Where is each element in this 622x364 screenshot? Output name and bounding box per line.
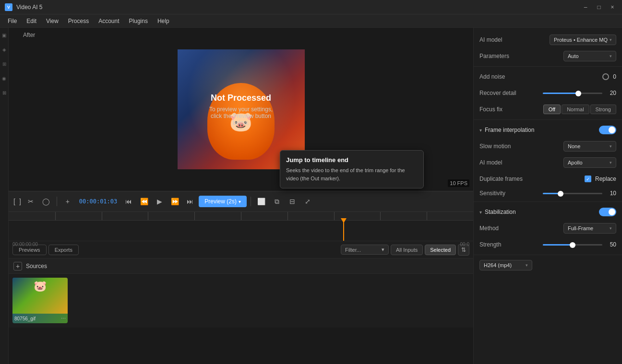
divider-2 [474, 119, 622, 120]
sensitivity-slider[interactable] [543, 193, 602, 194]
source-thumbnail[interactable]: 🐷 80756_gif ··· [12, 278, 68, 323]
left-strip: ▣ ◈ ⊞ ◉ ⊠ [0, 28, 9, 364]
timeline-timestamps: 00:00:00:00 00:0 [9, 241, 473, 248]
ai-model-value: Proteus • Enhance MQ [554, 37, 608, 43]
add-source-button[interactable]: + [13, 262, 22, 270]
frame-interpolation-section[interactable]: ▾ Frame interpolation [474, 122, 622, 138]
frame-interp-chevron: ▾ [479, 128, 482, 133]
marker-button[interactable]: ◯ [39, 195, 53, 208]
strength-row: Strength 50 [474, 236, 622, 253]
add-button[interactable]: + [61, 195, 74, 208]
toggle-knob [609, 127, 615, 133]
cut-button[interactable]: ✂ [24, 195, 37, 208]
duplicate-frames-label: Duplicate frames [479, 176, 581, 182]
slow-motion-arrow: ▾ [610, 144, 612, 149]
stabilization-toggle[interactable] [599, 208, 616, 216]
title-bar: V Video AI 5 – □ × [0, 0, 622, 14]
sources-header: + Sources [9, 258, 473, 274]
sensitivity-thumb [558, 191, 563, 197]
parameters-dropdown[interactable]: Auto ▾ [563, 51, 616, 61]
stabilization-section[interactable]: ▾ Stabilization [474, 204, 622, 220]
skip-start-button[interactable]: ⏮ [122, 195, 135, 208]
slider-fill [543, 93, 578, 94]
source-filename: 80756_gif [14, 316, 36, 321]
slow-motion-dropdown[interactable]: None ▾ [563, 141, 616, 152]
not-processed-title: Not Processed [209, 93, 273, 103]
maximize-button[interactable]: □ [594, 2, 604, 12]
menu-plugins[interactable]: Plugins [125, 16, 152, 26]
menu-help[interactable]: Help [154, 16, 173, 26]
minimize-button[interactable]: – [581, 2, 590, 12]
ai-model-arrow: ▾ [610, 37, 612, 42]
focus-fix-group: Off Normal Strong [543, 105, 616, 114]
recover-detail-label: Recover detail [479, 90, 539, 96]
menu-edit[interactable]: Edit [23, 16, 40, 26]
focus-fix-row: Focus fix Off Normal Strong [474, 101, 622, 117]
strength-thumb [570, 242, 575, 248]
parameters-value: Auto [568, 53, 579, 59]
focus-fix-strong[interactable]: Strong [590, 105, 616, 114]
divider-4 [474, 255, 622, 255]
parameters-arrow: ▾ [610, 54, 612, 59]
not-processed-overlay: Not Processed To preview your settings, … [209, 93, 273, 126]
main-layout: After 🐷 Not Processed To preview your se… [9, 28, 622, 364]
export-format-value: H264 (mp4) [484, 262, 512, 268]
duplicate-frames-value: Replace [595, 176, 616, 182]
left-icon-2: ◈ [1, 46, 8, 53]
menu-bar: File Edit View Process Account Plugins H… [0, 14, 622, 28]
method-dropdown[interactable]: Full-Frame ▾ [563, 223, 616, 234]
ai-model-interp-dropdown[interactable]: Apollo ▾ [563, 157, 616, 168]
left-icon-3: ⊞ [1, 60, 8, 67]
aspect-button[interactable]: ⧉ [270, 195, 284, 208]
slider-thumb [575, 91, 581, 96]
duplicate-frames-checkbox[interactable]: ✓ [585, 176, 591, 182]
crop-button[interactable]: ⬜ [255, 195, 268, 208]
parameters-label: Parameters [479, 53, 560, 59]
compare-button[interactable]: ⊟ [286, 195, 299, 208]
export-frame-button[interactable]: ⤢ [301, 195, 314, 208]
menu-account[interactable]: Account [95, 16, 123, 26]
menu-file[interactable]: File [4, 16, 21, 26]
sources-body: 🐷 80756_gif ··· [9, 274, 473, 327]
sensitivity-value: 10 [610, 190, 616, 197]
bracket-in[interactable]: [ [12, 198, 16, 205]
stabilization-title: Stabilization [485, 209, 516, 215]
strength-track [543, 244, 602, 246]
preview-button[interactable]: Preview (2s) ▾ [199, 196, 247, 207]
duplicate-frames-row: Duplicate frames ✓ Replace [474, 171, 622, 187]
add-noise-label: Add noise [479, 73, 598, 80]
add-noise-value: 0 [613, 73, 616, 80]
menu-view[interactable]: View [42, 16, 62, 26]
title-bar-left: V Video AI 5 [5, 3, 43, 11]
video-preview: After 🐷 Not Processed To preview your se… [9, 28, 473, 191]
prev-frame-button[interactable]: ⏪ [137, 195, 151, 208]
timeline-controls: [ ] ✂ ◯ + 00:00:01:03 ⏮ ⏪ ▶ ⏩ ⏭ Preview … [9, 191, 473, 212]
timecode: 00:00:01:03 [76, 198, 120, 205]
ai-model-interp-value: Apollo [568, 160, 583, 165]
ai-model-dropdown[interactable]: Proteus • Enhance MQ ▾ [550, 35, 616, 45]
focus-fix-label: Focus fix [479, 106, 539, 113]
ai-model-row: AI model Proteus • Enhance MQ ▾ [474, 32, 622, 48]
close-button[interactable]: × [608, 2, 617, 12]
separator-2 [251, 197, 251, 206]
fps-label: 10 FPS [448, 179, 469, 187]
recover-detail-slider[interactable] [543, 93, 602, 94]
next-frame-button[interactable]: ⏩ [168, 195, 181, 208]
strength-slider[interactable] [543, 244, 602, 246]
timeline-track[interactable] [9, 221, 473, 241]
source-more-button[interactable]: ··· [61, 315, 66, 321]
frame-interp-toggle[interactable] [599, 126, 616, 134]
menu-process[interactable]: Process [64, 16, 93, 26]
bracket-out[interactable]: ] [18, 198, 22, 205]
sensitivity-label: Sensitivity [479, 190, 539, 197]
play-button[interactable]: ▶ [153, 195, 166, 208]
stab-toggle-knob [609, 209, 615, 215]
export-format-dropdown[interactable]: H264 (mp4) ▾ [479, 260, 532, 270]
focus-fix-normal[interactable]: Normal [562, 105, 589, 114]
playhead-head [341, 218, 347, 223]
parameters-row: Parameters Auto ▾ [474, 48, 622, 64]
focus-fix-off[interactable]: Off [543, 105, 561, 114]
skip-end-button[interactable]: ⏭ [183, 195, 197, 208]
sensitivity-track [543, 193, 602, 194]
preview-dropdown-arrow: ▾ [239, 199, 241, 204]
